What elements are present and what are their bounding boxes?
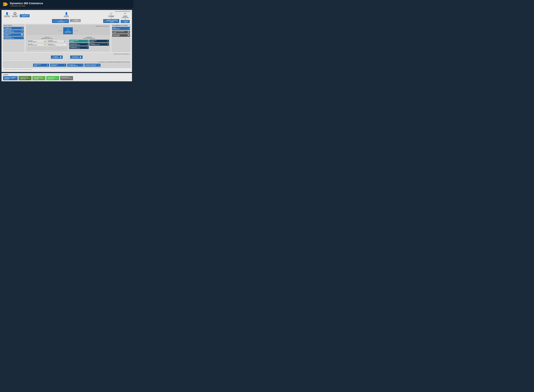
legend-item-gray-dark: NON MICROSOFTCOMPONENT / SERVICE (60, 76, 73, 80)
back-office-employee: 👤 BACK OFFICEEMPLOYEE (4, 12, 10, 17)
lower-center-section: 3rd PARTYSURROUND SERVICES 3RD PARTYSHIP… (26, 36, 110, 51)
end-user-label: END USER EXPERIENCES (115, 11, 130, 12)
pos-device-box: 🖥 POSMULTIFACTOR/CROSS PLATFORMAPP OR WE… (52, 19, 69, 23)
ecommerce-platform-panel: E-COMMERCE PLATFORM WEBSTOREFRONT 🌐 CONT… (111, 24, 131, 52)
digital-asset-management-box: DIGITAL ASSETMANAGEMENT 🗄 (112, 34, 130, 37)
legend-item-green-dark: OTHER MICROSOFTCOMPONENT / SERVICECOMING… (19, 76, 32, 80)
dynamics365-customer-service-box: DYNAMICS 365CUSTOMER SERVICE ✉ (67, 64, 84, 67)
customer-insights-box: DYNAMICS 365CUSTOMER INSIGHTS 🔍 (69, 46, 89, 49)
main-content: END USER EXPERIENCES 👤 BACK OFFICEEMPLOY… (0, 9, 133, 83)
legend-item-blue: DYNAMICS 365 COMMERCECOMPONENT / SERVICE… (3, 76, 18, 80)
header: Dynamics 365 Commerce Component Overview (0, 0, 133, 9)
back-office-label: BACK OFFICEEMPLOYEE (4, 15, 10, 17)
center-panel: COMMERCE SCALE UNIT ⟵⟶ 🌐 COMMERCESCALE U… (25, 24, 111, 52)
component-available-note: DYNAMICS 365 COMMERCE COMPONENT SERVICE … (3, 69, 131, 71)
azure-data-lake-box: AZURE DATALAKE STORAGE 🗑 (70, 56, 82, 59)
in-store-person-icon: 👤 (65, 12, 68, 15)
diagram-container: END USER EXPERIENCES 👤 BACK OFFICEEMPLOY… (1, 10, 132, 72)
ecommerce-storefront-box: 🖥 ECOMMERCE STOREFRONTBROWSER OR MOBILE … (103, 19, 119, 23)
commerce-surround-panel: COMMERCESURROUND SERVICES AZURE COGNITIV… (68, 36, 110, 51)
site-builder-box: 🖥 SITE BUILDERWEBSITE (121, 20, 130, 23)
center-user-group: 👤 IN-STOREEMPLOYEE ⬇ 🖥 POSMULTIFACTOR/CR… (52, 12, 81, 23)
ecommerce-customer-icon: 🛒 (110, 12, 113, 15)
dynamics365-hq-box: DYNAMICS 365COMMERCE HQ ⚙ (4, 27, 24, 30)
data-boxes-row: COMMONDATA SERVICE 🗑 AZURE DATALAKE STOR… (4, 54, 129, 59)
external-apps-box: 💻 EXTERNALAPPS & SERVICES (70, 19, 81, 22)
legend-section: LEGEND DYNAMICS 365 COMMERCECOMPONENT / … (1, 73, 132, 81)
third-party-panel: 3rd PARTYSURROUND SERVICES 3RD PARTYSHIP… (26, 36, 68, 51)
site-builder-arrow: ⬇ (125, 18, 126, 20)
dynamics365-marketing-box: DYNAMICS 365MARKETING 📢 (50, 64, 66, 67)
legend-item-green-bright: NON MICROSOFTCOMPONENT / SERVICECOMING S… (46, 76, 59, 80)
gift-card-service-box: 3RD PARTYGIFT CARD SERVICE 💳 (27, 43, 47, 46)
engagement-label: DYNAMICS 365 CUSTOMER ENGAGEMENT APPLICA… (98, 61, 130, 63)
ratings-reviews-box: RATINGS ANDREVIEWS ⭐ (89, 40, 109, 42)
call-center-person-icon: 🎧 (13, 12, 17, 15)
shipping-service-box: 3RD PARTYSHIPPING SERVICE 🚚 (27, 40, 47, 43)
commerce-scale-unit-section: COMMERCE SCALE UNIT ⟵⟶ 🌐 COMMERCESCALE U… (26, 25, 110, 35)
commerce-scale-unit-box: 🌐 COMMERCESCALE UNIT (63, 27, 73, 34)
dynamics365-device-box: 🖥 DYNAMICS 365WEBSITE / APP (20, 14, 30, 17)
commerce-surround-title: COMMERCESURROUND SERVICES (69, 37, 109, 39)
dynamics365-finance-box: DYNAMICS 365FINANCE 📊 (4, 33, 24, 36)
fiscal-service-box: 3RD PARTYFISCAL SERVICE 📄 (47, 43, 67, 46)
dynamics-logo-icon (2, 1, 8, 7)
csu-section-label: COMMERCE SCALE UNIT (27, 26, 109, 27)
content-management-store-box: CONTENT MANAGEMENTSTORE 🗄 (112, 31, 130, 33)
payment-gateway-box: 3RD PARTYPAYMENT GATEWAY 🏦 (47, 40, 67, 43)
call-center-employee: 🎧 CALL CENTEREMPLOYEE (12, 12, 18, 17)
legend-items: DYNAMICS 365 COMMERCECOMPONENT / SERVICE… (3, 76, 130, 80)
center-down-arrow: ⬇ (66, 18, 67, 19)
product-recommendations-box: PRODUCTRECOMMENDATIONS 💡 (89, 43, 109, 46)
header-text: Dynamics 365 Commerce Component Overview (10, 2, 43, 7)
azure-cognitive-search-box: AZURE COGNITIVESEARCH ☁ (69, 40, 89, 42)
top-row: 👤 BACK OFFICEEMPLOYEE 🎧 CALL CENTEREMPLO… (3, 11, 131, 23)
right-user-group: 🛒 E-COMMERCECUSTOMER ⬇ 🖥 ECOMMERCE STORE… (103, 12, 130, 23)
fraud-protection-box: DYNAMICS 365FRAUD PROTECTION 🛡 (69, 43, 89, 46)
legend-title: LEGEND (3, 74, 130, 75)
back-office-person-icon: 👤 (5, 12, 9, 15)
dynamics365-project-automation-box: DYNAMICS 365 PROJECTSERVICE AUTOMATION 📋 (84, 64, 101, 67)
ecom-down-arrow: ⬇ (111, 18, 112, 19)
legend-item-green-light: OTHER MICROSOFTCOMPONENT / SERVICEAVAILA… (33, 76, 45, 80)
back-office-panel: BACK OFFICE DYNAMICS 365COMMERCE HQ ⚙ DY… (3, 24, 25, 52)
unified-data-label: UNIFIED DATA COMPONENTS (114, 54, 130, 55)
app-title: Dynamics 365 Commerce (10, 2, 43, 5)
ecommerce-platform-title: E-COMMERCE PLATFORM (112, 25, 130, 26)
call-center-label: CALL CENTEREMPLOYEE (12, 15, 18, 17)
dynamics365-sales-box: DYNAMICS 365SALES ☎ (33, 64, 49, 67)
content-author-icon: ✏ (124, 12, 126, 15)
left-user-group: 👤 BACK OFFICEEMPLOYEE 🎧 CALL CENTEREMPLO… (4, 12, 30, 17)
dynamics365-supply-chain-box: DYNAMICS 365SUPPLY CHAIN MGMT 📦 (4, 30, 24, 33)
middle-section: BACK OFFICE DYNAMICS 365COMMERCE HQ ⚙ DY… (3, 24, 131, 52)
third-party-placeholder-1: ... (27, 47, 47, 50)
app-subtitle: Component Overview (10, 5, 43, 7)
unified-data-section: UNIFIED DATA COMPONENTS COMMONDATA SERVI… (3, 53, 131, 60)
web-storefront-box: WEBSTOREFRONT 🌐 (112, 27, 130, 30)
common-data-service-box: COMMONDATA SERVICE 🗑 (51, 56, 63, 59)
engagement-section: DYNAMICS 365 CUSTOMER ENGAGEMENT APPLICA… (3, 61, 131, 68)
third-party-placeholder-2: ... (47, 47, 67, 50)
dynamics365-hr-box: DYNAMICS 365HUMAN RESOURCES 👥 (4, 37, 24, 39)
third-party-title: 3rd PARTYSURROUND SERVICES (27, 37, 67, 39)
left-down-arrow: ⬇ (24, 13, 25, 14)
back-office-title: BACK OFFICE (4, 25, 24, 26)
